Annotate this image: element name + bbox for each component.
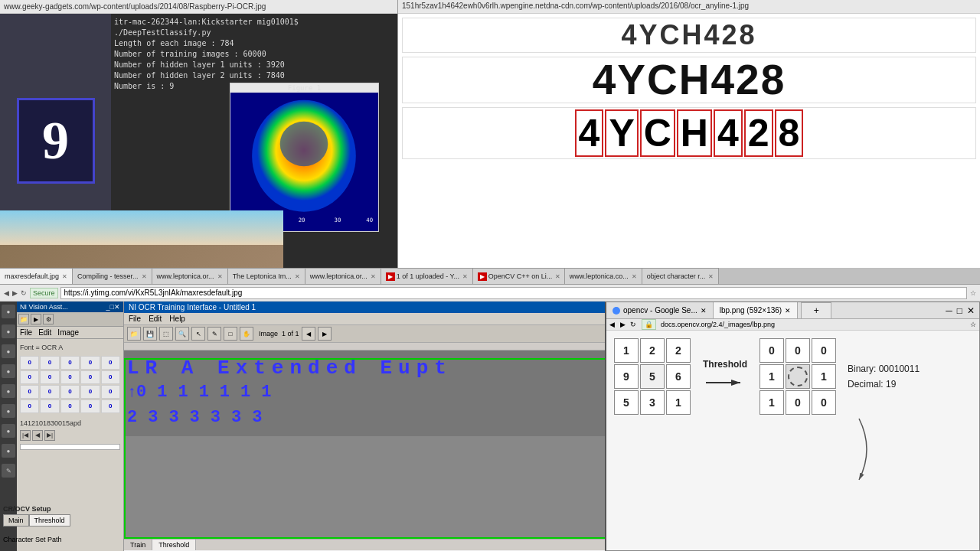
ni-cell-20: 0 — [101, 399, 120, 413]
lbp-tab-close-1[interactable]: ✕ — [785, 307, 791, 315]
ocr-title: NI OCR Training Interface - Untitled 1 — [129, 303, 256, 311]
ocr-menu-file[interactable]: File — [129, 315, 141, 323]
browser-tab-bar: maxresdefault.jpg ✕ Compiling - tesser..… — [0, 268, 980, 285]
input-matrix-container: 1 2 2 9 5 6 5 3 1 — [614, 338, 691, 415]
app-icon-3[interactable]: ● — [2, 344, 15, 358]
threshold-label: Threshold — [703, 359, 747, 370]
tab-close-5[interactable]: ✕ — [462, 273, 468, 280]
plate-char-6: 2 — [744, 109, 773, 157]
tab-main[interactable]: Main — [17, 514, 29, 527]
tab-label-4: www.leptonica.or... — [310, 272, 368, 280]
app-icon-4[interactable]: ● — [2, 364, 15, 378]
char-3c: 3 — [190, 408, 200, 427]
tab-leptonica3[interactable]: www.leptonica.or... ✕ — [305, 268, 381, 285]
tab-uploaded[interactable]: ▶ 1 of 1 uploaded - Y... ✕ — [381, 268, 473, 285]
lbp-forward[interactable]: ▶ — [620, 321, 626, 328]
tab-close-7[interactable]: ✕ — [632, 273, 637, 280]
back-button[interactable]: ◀ — [4, 289, 9, 297]
ocr-tool-hand[interactable]: ✋ — [240, 327, 253, 341]
lbp-maximize[interactable]: □ — [956, 304, 964, 318]
nav-prev[interactable]: ◀ — [302, 327, 315, 341]
ocr-tool-pencil[interactable]: ✎ — [207, 327, 221, 341]
ocr-tool-select[interactable]: ⬚ — [159, 327, 173, 341]
ocr-tab-threshold[interactable]: Threshold — [152, 540, 196, 550]
plate-char-3: C — [640, 109, 675, 157]
ni-tool-2[interactable]: ▶ — [31, 314, 41, 324]
ni-menu-image[interactable]: Image — [57, 328, 79, 337]
tab-leptonica2[interactable]: The Leptonica Im... ✕ — [228, 268, 305, 285]
tab-opencv[interactable]: ▶ OpenCV C++ on Li... ✕ — [473, 268, 565, 285]
lbp-bookmark-icon[interactable]: ☆ — [970, 321, 976, 328]
tab-close-2[interactable]: ✕ — [217, 273, 223, 280]
term-line-3: Number of training images : 60000 — [114, 49, 394, 60]
ocr-tool-rect[interactable]: □ — [224, 327, 237, 341]
ocr-tool-save[interactable]: 💾 — [143, 327, 157, 341]
app-icon-9[interactable]: ✎ — [2, 464, 15, 478]
app-icon-2[interactable]: ● — [2, 324, 15, 338]
tab-label-6: OpenCV C++ on Li... — [488, 272, 553, 280]
ni-menu-file[interactable]: File — [20, 328, 32, 337]
prev-button[interactable]: |◀ — [20, 430, 31, 441]
app-icon-1[interactable]: ● — [2, 305, 15, 318]
ni-title-bar: NI Vision Asst... _□✕ — [17, 302, 123, 312]
o-0-2: 0 — [812, 338, 836, 363]
tab-close-3[interactable]: ✕ — [295, 273, 300, 280]
lbp-tab-lbp[interactable]: lbp.png (592×136) ✕ — [714, 302, 798, 318]
ni-cell-7: 0 — [40, 370, 59, 384]
threshold-section: Threshold — [702, 359, 748, 394]
ni-cell-16: 0 — [20, 399, 39, 413]
lbp-back[interactable]: ◀ — [609, 321, 615, 328]
ocr-tool-open[interactable]: 📁 — [127, 327, 141, 341]
input-matrix: 1 2 2 9 5 6 5 3 1 — [614, 338, 691, 415]
tab-maxres[interactable]: maxresdefault.jpg ✕ — [0, 268, 73, 285]
bookmark-icon[interactable]: ☆ — [970, 289, 976, 297]
app-icon-7[interactable]: ● — [2, 424, 15, 438]
ocr-tool-zoom[interactable]: 🔍 — [175, 327, 189, 341]
ocr-menu-help[interactable]: Help — [169, 315, 185, 323]
ocr-tab-train[interactable]: Train — [124, 540, 152, 550]
svg-text:30: 30 — [335, 217, 341, 223]
lbp-close[interactable]: ✕ — [965, 304, 976, 318]
tab-threshold[interactable]: Threshold — [29, 514, 70, 527]
app-icon-5[interactable]: ● — [2, 384, 15, 398]
tab-leptonica1[interactable]: www.leptonica.or... ✕ — [152, 268, 228, 285]
lbp-refresh[interactable]: ↻ — [630, 321, 636, 328]
cr-ocv-tabs: Main Threshold — [17, 514, 124, 527]
app-icon-6[interactable]: ● — [2, 404, 15, 418]
ni-tool-3[interactable]: ⚙ — [43, 314, 54, 324]
next-button[interactable]: ▶| — [44, 430, 55, 441]
tab-close-0[interactable]: ✕ — [62, 273, 67, 280]
ocr-tool-arrow[interactable]: ↖ — [191, 327, 205, 341]
tab-leptonica4[interactable]: www.leptonica.co... ✕ — [565, 268, 642, 285]
app-icon-8[interactable]: ● — [2, 444, 15, 458]
nav-next[interactable]: ▶ — [318, 327, 332, 341]
lbp-new-tab[interactable]: + — [801, 302, 831, 319]
ni-cell-5: 0 — [101, 356, 120, 370]
c-ext: Extended — [217, 357, 362, 380]
play-button[interactable]: ◀ — [32, 430, 43, 441]
lbp-tab-close-0[interactable]: ✕ — [701, 307, 707, 315]
ni-tool-1[interactable]: 📁 — [18, 314, 29, 324]
lbp-tab-label-0: opencv - Google Se... — [623, 306, 697, 315]
tab-compiling[interactable]: Compiling - tesser... ✕ — [73, 268, 152, 285]
c-A: A — [181, 357, 200, 380]
address-input[interactable] — [60, 287, 967, 299]
binary-info: Binary: 00010011 Decimal: 19 — [848, 361, 920, 392]
lbp-tab-opencv[interactable]: opencv - Google Se... ✕ — [606, 302, 714, 318]
digit-nine: 9 — [25, 106, 87, 175]
tab-close-4[interactable]: ✕ — [371, 273, 376, 280]
tab-label-5: 1 of 1 uploaded - Y... — [397, 272, 459, 280]
ni-menu-edit[interactable]: Edit — [38, 328, 51, 337]
refresh-button[interactable]: ↻ — [21, 289, 27, 297]
plate-char-1: 4 — [575, 109, 604, 157]
ni-cell-19: 0 — [80, 399, 100, 413]
tab-close-6[interactable]: ✕ — [555, 273, 560, 280]
tab-close-8[interactable]: ✕ — [708, 273, 714, 280]
forward-button[interactable]: ▶ — [12, 289, 18, 297]
m-1-1: 5 — [640, 364, 665, 389]
ocr-menu-edit[interactable]: Edit — [149, 315, 162, 323]
tab-object-char[interactable]: object character r... ✕ — [642, 268, 720, 285]
lbp-minimize[interactable]: ─ — [944, 304, 954, 318]
ni-window-controls[interactable]: _□✕ — [106, 303, 120, 311]
tab-close-1[interactable]: ✕ — [142, 273, 147, 280]
